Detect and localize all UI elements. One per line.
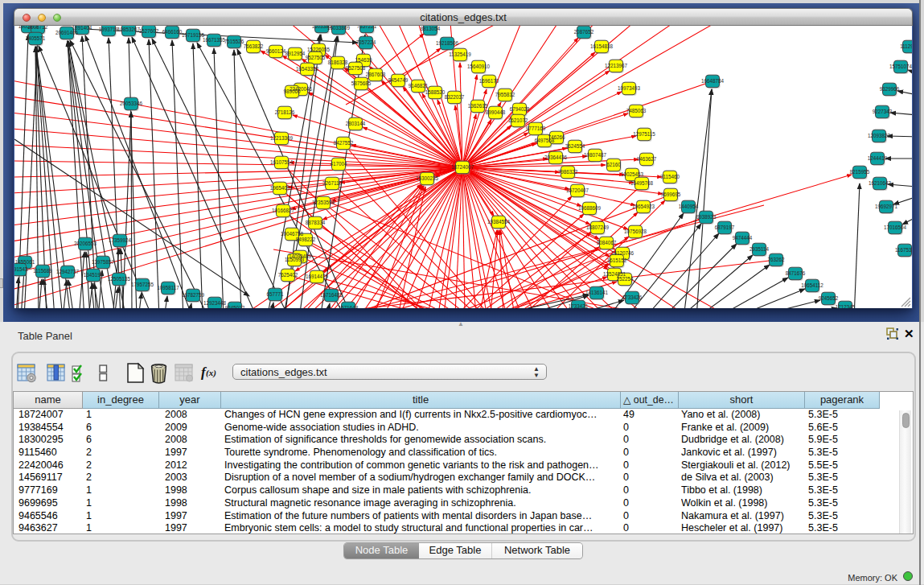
svg-text:1733421: 1733421 [569, 303, 589, 308]
svg-text:7357224: 7357224 [356, 39, 376, 45]
svg-text:989060: 989060 [283, 89, 301, 94]
svg-text:2935114: 2935114 [749, 246, 770, 252]
svg-text:6794028: 6794028 [510, 106, 530, 112]
svg-text:(x): (x) [206, 368, 216, 378]
svg-text:391543: 391543 [14, 266, 28, 272]
svg-text:16120746: 16120746 [611, 250, 634, 256]
svg-text:7515526: 7515526 [224, 39, 244, 44]
svg-text:1993719: 1993719 [99, 27, 119, 32]
svg-text:9084067: 9084067 [597, 240, 617, 245]
svg-text:8878334: 8878334 [306, 220, 326, 225]
svg-text:15226055: 15226055 [307, 47, 331, 52]
svg-text:12505135: 12505135 [108, 276, 131, 282]
svg-text:9474444: 9474444 [733, 235, 753, 241]
svg-text:10853267: 10853267 [117, 27, 141, 32]
svg-text:8990448: 8990448 [486, 109, 506, 115]
svg-text:8186328: 8186328 [328, 60, 348, 65]
svg-text:18807249: 18807249 [586, 225, 610, 230]
svg-text:12213369: 12213369 [270, 135, 294, 141]
svg-text:9527505: 9527505 [306, 55, 326, 60]
svg-text:6466160: 6466160 [162, 29, 183, 35]
svg-text:19166827: 19166827 [272, 208, 295, 213]
svg-text:16914479: 16914479 [306, 274, 329, 279]
svg-text:16154838: 16154838 [590, 43, 614, 49]
svg-text:1733426: 1733426 [622, 295, 643, 300]
svg-text:7357221: 7357221 [357, 26, 377, 29]
svg-text:1712345: 1712345 [836, 304, 856, 308]
svg-text:3267110: 3267110 [322, 180, 343, 186]
svg-text:17016504: 17016504 [884, 225, 907, 230]
svg-text:10025453: 10025453 [621, 171, 644, 177]
svg-text:7986322: 7986322 [558, 169, 578, 175]
svg-text:1112974: 1112974 [900, 43, 912, 49]
svg-text:1440954: 1440954 [679, 204, 699, 209]
svg-text:154639: 154639 [355, 57, 372, 63]
svg-text:20691406: 20691406 [55, 30, 79, 35]
svg-text:18724007: 18724007 [451, 164, 474, 170]
svg-text:16648784: 16648784 [701, 78, 725, 84]
svg-text:9146821: 9146821 [409, 83, 429, 89]
svg-text:1621072: 1621072 [508, 117, 528, 123]
svg-text:16543352: 16543352 [296, 66, 319, 72]
svg-text:10958117: 10958117 [157, 285, 179, 290]
svg-text:10973493: 10973493 [618, 85, 641, 91]
svg-text:10807487: 10807487 [584, 152, 607, 158]
svg-text:8912954: 8912954 [285, 51, 306, 56]
svg-text:1405571: 1405571 [26, 35, 46, 41]
svg-text:6879197: 6879197 [715, 225, 735, 230]
svg-text:10654112: 10654112 [801, 282, 823, 288]
svg-text:12353594: 12353594 [312, 200, 335, 205]
svg-text:16782759: 16782759 [182, 292, 205, 298]
svg-text:1345194: 1345194 [84, 272, 104, 278]
svg-text:1244419: 1244419 [868, 155, 888, 161]
svg-text:16671355: 16671355 [203, 37, 226, 43]
svg-text:1362615: 1362615 [468, 103, 488, 109]
svg-text:10688609: 10688609 [578, 205, 602, 211]
svg-text:20364436: 20364436 [544, 154, 568, 160]
svg-text:2867608: 2867608 [366, 72, 386, 77]
svg-text:10756928: 10756928 [624, 229, 647, 234]
svg-text:16210643: 16210643 [869, 180, 892, 186]
svg-text:657771: 657771 [266, 291, 284, 297]
svg-text:7663822: 7663822 [244, 43, 264, 49]
svg-text:9227343: 9227343 [873, 109, 893, 114]
svg-text:7485063: 7485063 [626, 108, 647, 113]
svg-text:19692971: 19692971 [875, 204, 898, 209]
svg-text:8471676: 8471676 [786, 270, 806, 276]
svg-text:1167533: 1167533 [895, 247, 912, 253]
svg-text:9245012: 9245012 [225, 305, 245, 308]
svg-text:9699695: 9699695 [661, 192, 681, 197]
svg-text:1571648: 1571648 [339, 305, 359, 308]
svg-text:15640910: 15640910 [467, 64, 491, 69]
svg-text:8215955: 8215955 [850, 169, 870, 175]
svg-text:17957255: 17957255 [131, 282, 154, 287]
svg-text:12975115: 12975115 [633, 131, 655, 137]
svg-text:252254: 252254 [616, 276, 634, 282]
svg-text:16495768: 16495768 [630, 180, 654, 186]
svg-text:10046758: 10046758 [281, 231, 304, 237]
svg-text:8813054: 8813054 [421, 26, 441, 31]
svg-text:17359924: 17359924 [109, 237, 132, 243]
svg-text:7955812: 7955812 [495, 92, 515, 97]
svg-text:9527508: 9527508 [346, 65, 366, 71]
svg-text:62160: 62160 [606, 162, 621, 167]
svg-text:3624554: 3624554 [565, 143, 585, 149]
svg-text:1115689: 1115689 [33, 268, 52, 274]
svg-text:9777169: 9777169 [526, 126, 546, 131]
svg-text:1965409: 1965409 [270, 185, 290, 191]
svg-text:15300235: 15300235 [416, 175, 439, 181]
svg-text:12942737: 12942737 [56, 269, 80, 274]
svg-text:10719155: 10719155 [182, 32, 205, 38]
svg-text:763262: 763262 [767, 257, 785, 262]
svg-text:13975857: 13975857 [92, 259, 115, 265]
svg-text:2087652: 2087652 [574, 29, 594, 35]
svg-text:7625402: 7625402 [278, 272, 298, 278]
svg-text:12923448: 12923448 [203, 300, 227, 306]
svg-text:8322037: 8322037 [445, 94, 465, 100]
svg-text:1891404: 1891404 [72, 26, 92, 31]
svg-text:1527602: 1527602 [139, 28, 159, 34]
svg-text:8498222: 8498222 [296, 237, 316, 242]
svg-text:1615152: 1615152 [607, 257, 627, 263]
svg-text:19654923: 19654923 [632, 204, 655, 209]
svg-text:11325419: 11325419 [449, 51, 471, 57]
